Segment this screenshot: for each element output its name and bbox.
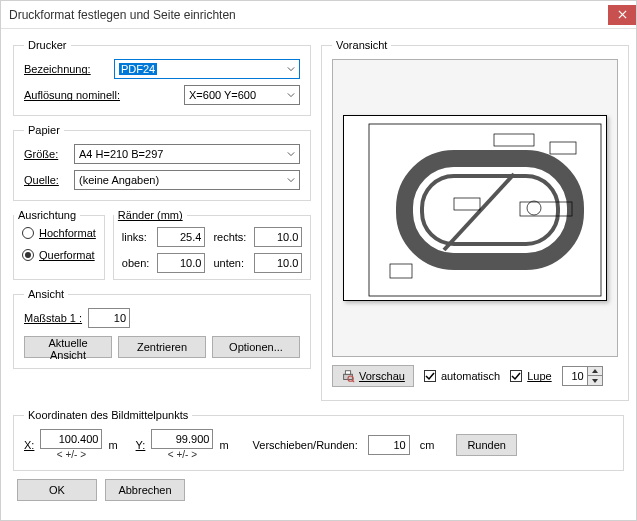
landscape-label: Querformat — [39, 249, 95, 261]
chevron-down-icon — [287, 151, 295, 157]
chevron-down-icon — [287, 66, 295, 72]
margin-right-input[interactable] — [254, 227, 302, 247]
printer-name-combo[interactable]: PDF24 — [114, 59, 300, 79]
window-title: Druckformat festlegen und Seite einricht… — [9, 8, 236, 22]
auto-label: automatisch — [441, 370, 500, 382]
radio-icon — [22, 227, 34, 239]
x-unit: m — [108, 439, 117, 451]
shift-input[interactable] — [368, 435, 410, 455]
x-label: X: — [24, 439, 34, 451]
cancel-button[interactable]: Abbrechen — [105, 479, 185, 501]
y-label: Y: — [136, 439, 146, 451]
portrait-label: Hochformat — [39, 227, 96, 239]
options-button[interactable]: Optionen... — [212, 336, 300, 358]
loupe-spinner[interactable] — [562, 366, 603, 386]
paper-source-value: (keine Angaben) — [79, 174, 159, 186]
center-button[interactable]: Zentrieren — [118, 336, 206, 358]
printer-res-label: Auflösung nominell: — [24, 89, 184, 101]
view-legend: Ansicht — [24, 288, 68, 300]
margin-bottom-label: unten: — [213, 257, 246, 269]
checkbox-icon — [510, 370, 522, 382]
orientation-group: Ausrichtung Hochformat Querformat — [13, 209, 105, 280]
x-input[interactable] — [40, 429, 102, 449]
titlebar: Druckformat festlegen und Seite einricht… — [1, 1, 636, 29]
chevron-down-icon — [287, 92, 295, 98]
svg-line-15 — [352, 380, 354, 382]
paper-source-combo[interactable]: (keine Angaben) — [74, 170, 300, 190]
margin-right-label: rechts: — [213, 231, 246, 243]
print-preview-icon — [341, 369, 355, 383]
current-view-button[interactable]: Aktuelle Ansicht — [24, 336, 112, 358]
dialog-window: Druckformat festlegen und Seite einricht… — [0, 0, 637, 521]
close-icon — [618, 10, 627, 19]
coords-group: Koordinaten des Bildmittelpunkts X: < +/… — [13, 409, 624, 471]
checkbox-icon — [424, 370, 436, 382]
shift-unit: cm — [420, 439, 435, 451]
preview-sheet — [343, 115, 607, 301]
svg-rect-9 — [454, 198, 480, 210]
spin-down-button[interactable] — [588, 376, 602, 385]
margins-group: Ränder (mm) links: rechts: oben: unten: — [113, 209, 312, 280]
paper-source-label: Quelle: — [24, 174, 74, 186]
preview-group: Voransicht — [321, 39, 629, 401]
paper-size-value: A4 H=210 B=297 — [79, 148, 163, 160]
printer-legend: Drucker — [24, 39, 71, 51]
ok-button[interactable]: OK — [17, 479, 97, 501]
shift-label: Verschieben/Runden: — [253, 439, 358, 451]
preview-legend: Voransicht — [332, 39, 391, 51]
track-plan-icon — [344, 116, 608, 302]
margin-top-label: oben: — [122, 257, 150, 269]
scale-label: Maßstab 1 : — [24, 312, 82, 324]
chevron-down-icon — [287, 177, 295, 183]
printer-name-value: PDF24 — [119, 63, 157, 75]
preview-viewport — [332, 59, 618, 357]
view-group: Ansicht Maßstab 1 : Aktuelle Ansicht Zen… — [13, 288, 311, 369]
x-pm-hint: < +/- > — [57, 449, 86, 460]
margin-left-input[interactable] — [157, 227, 205, 247]
scale-input[interactable] — [88, 308, 130, 328]
paper-size-label: Größe: — [24, 148, 74, 160]
svg-point-10 — [527, 201, 541, 215]
y-pm-hint: < +/- > — [168, 449, 197, 460]
svg-rect-4 — [422, 176, 558, 244]
printer-name-label: Bezeichnung: — [24, 63, 114, 75]
auto-checkbox[interactable]: automatisch — [424, 370, 500, 382]
preview-button[interactable]: Vorschau — [332, 365, 414, 387]
radio-portrait[interactable]: Hochformat — [22, 227, 96, 239]
printer-group: Drucker Bezeichnung: PDF24 Auflösung nom… — [13, 39, 311, 116]
svg-line-5 — [444, 174, 514, 250]
margin-top-input[interactable] — [157, 253, 205, 273]
margin-bottom-input[interactable] — [254, 253, 302, 273]
svg-rect-13 — [345, 371, 350, 375]
y-input[interactable] — [151, 429, 213, 449]
printer-res-value: X=600 Y=600 — [189, 89, 256, 101]
orientation-legend: Ausrichtung — [14, 209, 80, 221]
coords-legend: Koordinaten des Bildmittelpunkts — [24, 409, 192, 421]
paper-size-combo[interactable]: A4 H=210 B=297 — [74, 144, 300, 164]
loupe-value-input[interactable] — [562, 366, 588, 386]
preview-button-label: Vorschau — [359, 370, 405, 382]
round-button[interactable]: Runden — [456, 434, 517, 456]
paper-legend: Papier — [24, 124, 64, 136]
loupe-checkbox[interactable]: Lupe — [510, 370, 551, 382]
paper-group: Papier Größe: A4 H=210 B=297 Quelle: (ke… — [13, 124, 311, 201]
svg-rect-7 — [550, 142, 576, 154]
margins-legend: Ränder (mm) — [114, 209, 187, 221]
margin-left-label: links: — [122, 231, 150, 243]
radio-landscape[interactable]: Querformat — [22, 249, 96, 261]
printer-res-combo[interactable]: X=600 Y=600 — [184, 85, 300, 105]
svg-rect-6 — [494, 134, 534, 146]
y-unit: m — [219, 439, 228, 451]
spin-up-button[interactable] — [588, 367, 602, 376]
svg-rect-8 — [390, 264, 412, 278]
radio-icon — [22, 249, 34, 261]
loupe-label: Lupe — [527, 370, 551, 382]
close-button[interactable] — [608, 5, 636, 25]
